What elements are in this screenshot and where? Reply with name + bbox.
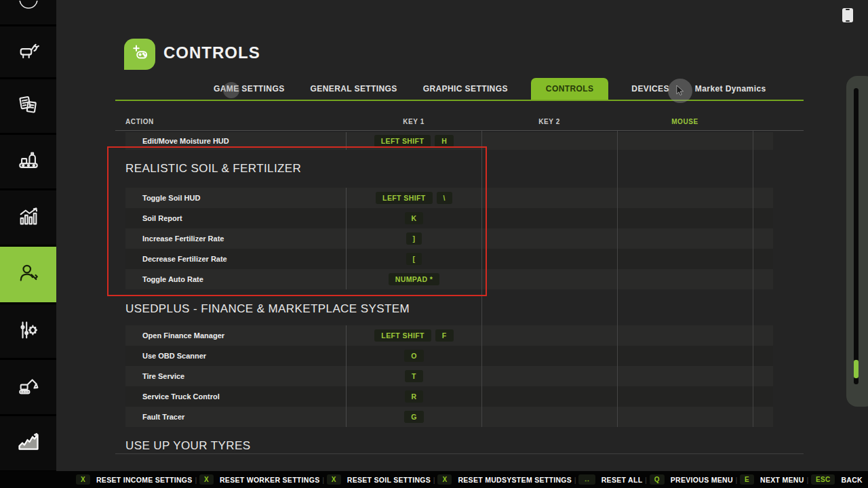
sidebar-item-statistics[interactable]	[0, 190, 56, 245]
key-badge[interactable]: F	[435, 329, 454, 342]
binding-row[interactable]: Service Truck ControlR	[125, 386, 773, 407]
cow-icon	[17, 39, 40, 65]
statistics-icon	[17, 205, 40, 230]
binding-row[interactable]: Fault TracerG	[125, 407, 773, 427]
key-badge[interactable]: G	[404, 411, 424, 423]
scrollbar-thumb[interactable]	[854, 360, 859, 378]
hotkey-badge: X	[76, 474, 90, 485]
key-badge[interactable]: R	[405, 390, 424, 403]
page-title: CONTROLS	[163, 43, 260, 62]
hotkey-back[interactable]: ESCBACK	[811, 474, 863, 485]
separator: |	[574, 476, 576, 484]
section-title: USE UP YOUR TYRES	[125, 437, 773, 455]
excavator-icon	[17, 374, 40, 400]
key1-cell[interactable]: R	[346, 386, 481, 407]
key-badge[interactable]: LEFT SHIFT	[374, 135, 431, 147]
sidebar-item-production[interactable]	[0, 135, 56, 188]
hotkey-badge: ESC	[811, 474, 835, 485]
action-label: Fault Tracer	[125, 413, 346, 421]
column-header-key2: KEY 2	[481, 118, 617, 125]
key1-cell[interactable]: T	[346, 366, 481, 386]
section-title: USEDPLUS - FINANCE & MARKETPLACE SYSTEM	[125, 300, 773, 318]
column-header-action: ACTION	[125, 118, 154, 125]
hotkey-label: RESET ALL	[601, 476, 643, 484]
tab-market-dynamics[interactable]: Market Dynamics	[692, 78, 769, 100]
column-header-mouse: MOUSE	[617, 118, 753, 125]
sidebar-item-clock[interactable]	[0, 0, 56, 24]
sidebar-item-excavator[interactable]	[0, 360, 56, 414]
key-badge[interactable]: LEFT SHIFT	[374, 329, 431, 342]
key-badge[interactable]: T	[405, 370, 423, 382]
hotkey-badge: X	[437, 474, 452, 485]
worker-icon	[16, 261, 41, 288]
hotkey-badge: X	[327, 474, 341, 485]
action-label: Use OBD Scanner	[125, 352, 346, 360]
hotkey-label: NEXT MENU	[760, 476, 804, 484]
phone-icon	[842, 8, 853, 22]
terrain-icon	[16, 430, 41, 457]
bottom-hotkey-bar: XRESET INCOME SETTINGS|XRESET WORKER SET…	[0, 471, 868, 488]
separator: |	[806, 476, 808, 484]
hotkey-next-menu[interactable]: ENEXT MENU	[740, 474, 804, 485]
key1-cell[interactable]: O	[346, 346, 481, 366]
highlight-rectangle	[107, 146, 487, 296]
grid-line-end	[753, 131, 753, 427]
settings-sliders-icon	[17, 319, 40, 344]
mouse-cursor	[668, 79, 692, 103]
tab-devices[interactable]: DEVICES	[629, 78, 671, 100]
app-logo	[124, 39, 155, 70]
binding-row[interactable]: Tire ServiceT	[125, 366, 773, 386]
action-label: Edit/Move Moisture HUD	[125, 137, 346, 145]
sidebar	[0, 0, 56, 471]
separator: |	[645, 476, 647, 484]
action-label: Service Truck Control	[125, 392, 346, 401]
hotkey-label: PREVIOUS MENU	[671, 476, 733, 484]
hotkey-reset-all[interactable]: ↔RESET ALL	[578, 474, 642, 485]
sidebar-item-worker-active[interactable]	[0, 247, 56, 302]
tab-underline	[115, 100, 804, 101]
sidebar-item-contracts[interactable]	[0, 79, 56, 133]
scrollbar	[846, 76, 868, 407]
game-settings-screen: CONTROLS GAME SETTINGSGENERAL SETTINGSGR…	[0, 0, 868, 488]
key1-cell[interactable]: G	[346, 407, 481, 427]
production-icon	[17, 149, 40, 175]
gamepad-icon	[130, 43, 150, 66]
hover-dot	[223, 82, 239, 98]
hotkey-badge: E	[740, 474, 754, 485]
tab-graphic-settings[interactable]: GRAPHIC SETTINGS	[420, 78, 511, 100]
header-divider	[115, 130, 804, 131]
contracts-icon	[17, 94, 40, 119]
column-header-key1: KEY 1	[346, 118, 481, 125]
key1-cell[interactable]: LEFT SHIFTF	[346, 325, 481, 346]
hotkey-reset-mudsystem-settings[interactable]: XRESET MUDSYSTEM SETTINGS	[437, 474, 572, 485]
tab-game-settings[interactable]: GAME SETTINGS	[211, 78, 288, 100]
clock-icon	[17, 1, 40, 24]
separator: |	[433, 476, 435, 484]
tab-general-settings[interactable]: GENERAL SETTINGS	[308, 78, 400, 100]
sidebar-item-game-settings[interactable]	[0, 304, 56, 358]
hotkey-reset-soil-settings[interactable]: XRESET SOIL SETTINGS	[327, 474, 431, 485]
key-badge[interactable]: H	[435, 135, 454, 147]
separator: |	[736, 476, 738, 484]
hotkey-reset-worker-settings[interactable]: XRESET WORKER SETTINGS	[199, 474, 319, 485]
hotkey-label: RESET INCOME SETTINGS	[96, 476, 193, 484]
hotkey-label: RESET WORKER SETTINGS	[220, 476, 319, 484]
hotkey-badge: Q	[650, 474, 665, 485]
sidebar-item-terrain[interactable]	[0, 416, 56, 470]
hotkey-badge: ↔	[578, 474, 595, 485]
sidebar-item-animals[interactable]	[0, 26, 56, 77]
hotkey-reset-income-settings[interactable]: XRESET INCOME SETTINGS	[76, 474, 193, 485]
binding-row[interactable]: Open Finance ManagerLEFT SHIFTF	[125, 325, 773, 346]
separator: |	[195, 476, 197, 484]
action-label: Open Finance Manager	[125, 331, 346, 340]
grid-line-mouse	[617, 131, 618, 427]
tab-controls[interactable]: CONTROLS	[531, 78, 609, 100]
binding-row[interactable]: Use OBD ScannerO	[125, 346, 773, 366]
scrollbar-track[interactable]	[854, 88, 859, 384]
cursor-arrow-icon	[675, 85, 685, 96]
action-label: Tire Service	[125, 372, 346, 380]
key-badge[interactable]: O	[404, 350, 424, 362]
main-panel: CONTROLS GAME SETTINGSGENERAL SETTINGSGR…	[56, 0, 868, 471]
hotkey-label: RESET SOIL SETTINGS	[347, 476, 431, 484]
hotkey-previous-menu[interactable]: QPREVIOUS MENU	[650, 474, 733, 485]
